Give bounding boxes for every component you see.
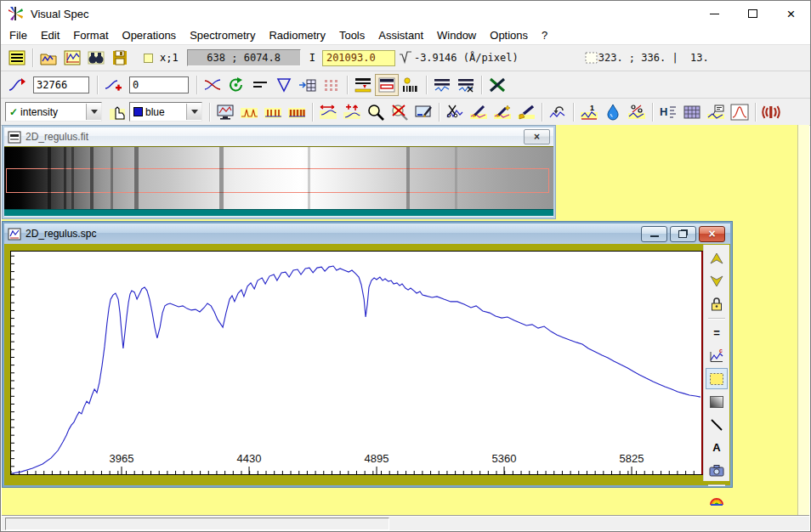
mdi-vertical-scrollbar[interactable] <box>797 125 809 517</box>
threshold-button[interactable] <box>5 74 29 96</box>
zoom-button[interactable] <box>364 101 388 123</box>
profile-select-dropdown-button[interactable] <box>86 104 101 120</box>
separator <box>312 103 313 122</box>
lock-scale-button[interactable] <box>706 293 728 314</box>
menu-format[interactable]: Format <box>66 27 115 43</box>
line-style-2-button[interactable] <box>261 101 285 123</box>
edit-display-button[interactable] <box>411 101 435 123</box>
menu-spectrometry[interactable]: Spectrometry <box>183 27 262 43</box>
display-settings-button[interactable] <box>213 101 237 123</box>
spectrum-plot[interactable]: 39654430489553605825 <box>10 251 704 475</box>
draw-line-button[interactable] <box>706 414 728 435</box>
search-button[interactable] <box>84 47 108 69</box>
menu-help[interactable]: ? <box>535 27 554 43</box>
rotate-button[interactable] <box>224 74 248 96</box>
x-tick-label: 4895 <box>365 452 389 465</box>
gradient-button[interactable] <box>706 391 728 412</box>
xy-checkbox[interactable] <box>144 54 153 63</box>
spc-close-button[interactable]: × <box>699 226 725 242</box>
fit-window-close-button[interactable]: × <box>524 129 550 144</box>
cut-curve-button[interactable] <box>443 101 467 123</box>
menu-radiometry[interactable]: Radiometry <box>262 27 332 43</box>
curve-c-icon: c <box>709 348 724 363</box>
separator <box>708 484 725 485</box>
menu-operations[interactable]: Operations <box>116 27 184 43</box>
menu-assistant[interactable]: Assistant <box>371 27 430 43</box>
spectrum-2d-image[interactable] <box>4 146 553 209</box>
subtract-sky-button[interactable] <box>430 74 454 96</box>
fill-background-button[interactable] <box>706 368 728 389</box>
snapshot-button[interactable] <box>706 460 728 481</box>
color-select-dropdown-button[interactable] <box>186 104 201 120</box>
label-curve-icon <box>706 104 725 121</box>
spectrum-window: 2D_regulus.spc × 39654430489553605825 <box>3 222 732 487</box>
dispersion-icon <box>399 50 412 65</box>
profile-select[interactable]: ✓ intensity <box>5 102 102 122</box>
draw-curve-button[interactable] <box>467 101 491 123</box>
separator <box>32 48 33 67</box>
elements-button[interactable]: H <box>656 101 680 123</box>
gaussian-fit-button[interactable] <box>728 101 751 123</box>
tilt-button[interactable] <box>248 74 272 96</box>
picker-button[interactable] <box>105 101 129 123</box>
scroll-down-button[interactable] <box>706 270 728 291</box>
offset-input[interactable] <box>129 76 189 93</box>
sky-background-button[interactable] <box>272 74 296 96</box>
continuum-button[interactable]: c <box>706 345 728 366</box>
display-mode-button[interactable] <box>5 47 29 69</box>
open-profile-button[interactable] <box>37 47 60 69</box>
water-vapor-button[interactable] <box>601 101 625 123</box>
spc-window-titlebar[interactable]: 2D_regulus.spc × <box>4 224 730 244</box>
periodic-table-button[interactable] <box>680 101 704 123</box>
minimize-button[interactable] <box>695 1 734 26</box>
menu-edit[interactable]: Edit <box>34 27 66 43</box>
unzoom-button[interactable] <box>388 101 411 123</box>
title-bar[interactable]: Visual Spec × <box>1 1 810 26</box>
zoom-vertical-button[interactable] <box>340 101 364 123</box>
offset-button[interactable] <box>101 74 125 96</box>
lock-icon <box>710 297 723 311</box>
normalize-button[interactable]: 1 <box>577 101 601 123</box>
menu-window[interactable]: Window <box>430 27 483 43</box>
absorption-line <box>64 147 66 209</box>
line-style-1-button[interactable] <box>237 101 261 123</box>
binning-add-button[interactable] <box>351 74 375 96</box>
binning-zone-rectangle[interactable] <box>6 168 549 193</box>
edit-chart-button[interactable] <box>60 47 84 69</box>
scroll-up-button[interactable] <box>706 247 728 269</box>
play-sound-button[interactable] <box>759 101 783 123</box>
threshold-input[interactable] <box>33 76 89 93</box>
undo-button[interactable] <box>546 101 570 123</box>
save-button[interactable] <box>108 47 132 69</box>
binning-object-button[interactable] <box>399 74 423 96</box>
compare-profiles-button[interactable] <box>201 74 224 96</box>
grid-button[interactable] <box>320 74 343 96</box>
line-style-3-button[interactable] <box>285 101 309 123</box>
paint-button[interactable] <box>514 101 538 123</box>
rotate-icon <box>227 76 246 93</box>
column-transfer-button[interactable] <box>296 74 320 96</box>
menu-tools[interactable]: Tools <box>332 27 371 43</box>
x-tick-label: 5360 <box>492 452 517 465</box>
spc-minimize-button[interactable] <box>641 226 667 242</box>
close-button[interactable]: × <box>772 1 810 26</box>
color-select[interactable]: blue <box>129 102 202 122</box>
synthesis-color-button[interactable] <box>706 489 728 510</box>
menu-options[interactable]: Options <box>483 27 535 43</box>
mdi-horizontal-scrollbar[interactable] <box>5 518 389 530</box>
same-scale-button[interactable]: = <box>706 322 728 343</box>
spc-window-body: 39654430489553605825 <box>4 244 730 482</box>
zoom-horizontal-button[interactable] <box>316 101 340 123</box>
maximize-button[interactable] <box>734 1 772 26</box>
subtract-sky-auto-button[interactable] <box>454 74 478 96</box>
spc-restore-button[interactable] <box>670 226 696 242</box>
draw-point-button[interactable] <box>491 101 514 123</box>
label-line-button[interactable] <box>704 101 728 123</box>
binning-display-button[interactable] <box>375 74 399 96</box>
heliocentric-button[interactable] <box>625 101 649 123</box>
insert-text-button[interactable]: A <box>706 437 728 458</box>
menu-file[interactable]: File <box>3 27 34 43</box>
binoculars-icon <box>87 49 105 66</box>
crop-button[interactable] <box>485 74 509 96</box>
fit-window-titlebar[interactable]: 2D_regulus.fit × <box>4 127 553 146</box>
